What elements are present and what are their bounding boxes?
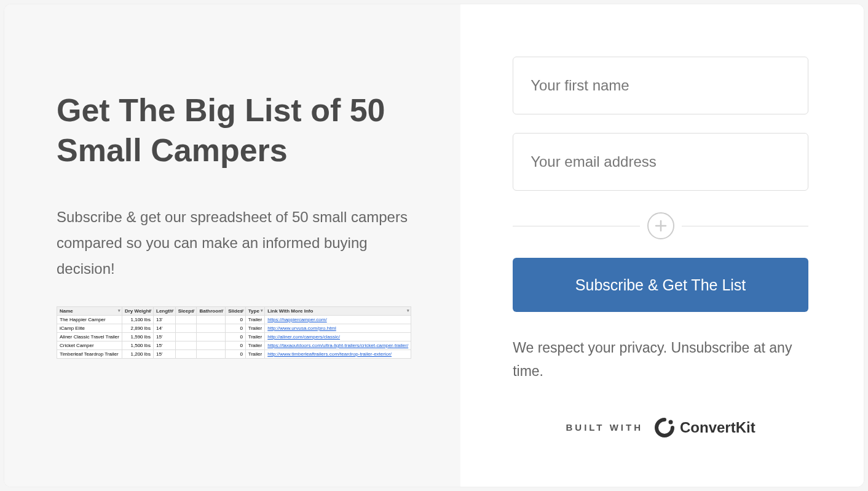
cell-weight: 1,200 lbs <box>122 350 153 359</box>
cell-bathroom <box>197 333 226 341</box>
col-name: Name <box>57 307 122 316</box>
cell-length: 15' <box>154 350 176 359</box>
page-subheading: Subscribe & get our spreadsheet of 50 sm… <box>57 204 411 282</box>
content-panel: Get The Big List of 50 Small Campers Sub… <box>4 4 460 487</box>
divider-line-right <box>682 226 808 226</box>
cell-weight: 1,500 lbs <box>122 341 153 350</box>
svg-point-2 <box>669 420 673 424</box>
cell-type: Trailer <box>245 324 264 333</box>
col-sleeps: Sleeps <box>175 307 197 316</box>
cell-name: iCamp Elite <box>57 324 122 333</box>
cell-name: Aliner Classic Travel Trailer <box>57 333 122 341</box>
cell-slides: 0 <box>226 324 246 333</box>
cell-bathroom <box>197 316 226 324</box>
subscribe-button[interactable]: Subscribe & Get The List <box>513 258 808 312</box>
built-with-badge[interactable]: BUILT WITH ConvertKit <box>513 417 808 438</box>
cell-link: https://happiercamper.com/ <box>265 316 411 324</box>
built-with-label: BUILT WITH <box>566 422 643 433</box>
privacy-notice: We respect your privacy. Unsubscribe at … <box>513 337 808 383</box>
table-row: Aliner Classic Travel Trailer1,590 lbs15… <box>57 333 411 341</box>
col-type: Type <box>245 307 264 316</box>
cell-sleeps <box>175 324 197 333</box>
cell-type: Trailer <box>245 350 264 359</box>
cell-length: 14' <box>154 324 176 333</box>
cell-sleeps <box>175 316 197 324</box>
convertkit-brand-text: ConvertKit <box>680 419 756 436</box>
cell-link: http://aliner.com/campers/classic/ <box>265 333 411 341</box>
col-link: Link With More Info <box>265 307 411 316</box>
signup-card: Get The Big List of 50 Small Campers Sub… <box>4 4 864 487</box>
cell-link: http://www.urvusa.com/pro.html <box>265 324 411 333</box>
table-row: iCamp Elite2,890 lbs14'0Trailerhttp://ww… <box>57 324 411 333</box>
cell-sleeps <box>175 341 197 350</box>
cell-weight: 1,100 lbs <box>122 316 153 324</box>
cell-type: Trailer <box>245 341 264 350</box>
convertkit-icon <box>654 417 675 438</box>
cell-slides: 0 <box>226 316 246 324</box>
cell-sleeps <box>175 333 197 341</box>
cell-slides: 0 <box>226 341 246 350</box>
cell-link: https://taxaoutdoors.com/ultra-light-tra… <box>265 341 411 350</box>
cell-bathroom <box>197 341 226 350</box>
cell-name: Timberleaf Teardrop Trailer <box>57 350 122 359</box>
cell-sleeps <box>175 350 197 359</box>
cell-length: 15' <box>154 333 176 341</box>
spreadsheet-preview: Name Dry Weight Length Sleeps Bathroom S… <box>57 306 411 359</box>
cell-bathroom <box>197 324 226 333</box>
email-input[interactable] <box>513 133 808 191</box>
table-row: Cricket Camper1,500 lbs15'0Trailerhttps:… <box>57 341 411 350</box>
cell-name: Cricket Camper <box>57 341 122 350</box>
cell-weight: 1,590 lbs <box>122 333 153 341</box>
col-bathroom: Bathroom <box>197 307 226 316</box>
table-row: Timberleaf Teardrop Trailer1,200 lbs15'0… <box>57 350 411 359</box>
plus-icon <box>654 219 668 233</box>
cell-name: The Happier Camper <box>57 316 122 324</box>
cell-type: Trailer <box>245 316 264 324</box>
cell-length: 15' <box>154 341 176 350</box>
page-heading: Get The Big List of 50 Small Campers <box>57 90 411 170</box>
col-dry-weight: Dry Weight <box>122 307 153 316</box>
convertkit-logo: ConvertKit <box>654 417 756 438</box>
add-field-button[interactable] <box>647 212 674 239</box>
form-panel: Subscribe & Get The List We respect your… <box>460 4 864 487</box>
divider-line-left <box>513 226 639 226</box>
cell-type: Trailer <box>245 333 264 341</box>
cell-weight: 2,890 lbs <box>122 324 153 333</box>
table-row: The Happier Camper1,100 lbs13'0Trailerht… <box>57 316 411 324</box>
cell-bathroom <box>197 350 226 359</box>
cell-slides: 0 <box>226 350 246 359</box>
cell-length: 13' <box>154 316 176 324</box>
cell-link: http://www.timberleaftrailers.com/teardr… <box>265 350 411 359</box>
cell-slides: 0 <box>226 333 246 341</box>
first-name-input[interactable] <box>513 57 808 114</box>
col-slides: Slides <box>226 307 246 316</box>
form-divider <box>513 212 808 239</box>
col-length: Length <box>154 307 176 316</box>
